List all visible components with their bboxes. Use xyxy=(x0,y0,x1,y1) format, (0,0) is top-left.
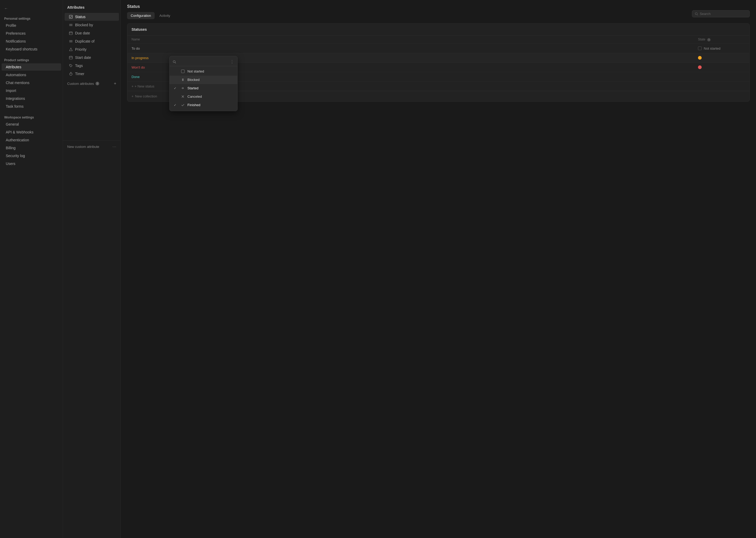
sidebar-item-profile[interactable]: Profile xyxy=(2,22,61,29)
dropdown-item-finished[interactable]: ✓ Finished xyxy=(169,101,237,109)
sidebar-item-notifications[interactable]: Notifications xyxy=(2,37,61,45)
state-info-icon: i xyxy=(707,38,711,41)
new-custom-attribute-button[interactable]: New custom attribute xyxy=(67,145,99,149)
timer-icon xyxy=(69,72,73,76)
attr-item-duplicate-of[interactable]: Duplicate of xyxy=(65,37,119,45)
attr-label-blocked-by: Blocked by xyxy=(75,23,93,27)
check-finished: ✓ xyxy=(174,103,178,107)
attr-label-start-date: Start date xyxy=(75,55,91,60)
status-row-in-progress[interactable]: In progress ⋮ xyxy=(127,53,749,63)
dropdown-more-button[interactable]: ⋮ xyxy=(230,59,234,64)
sidebar-item-integrations[interactable]: Integrations xyxy=(2,95,61,102)
attr-item-timer[interactable]: Timer xyxy=(65,70,119,78)
svg-point-21 xyxy=(173,60,175,63)
dropdown-search-container: ⋮ xyxy=(169,58,237,66)
sidebar-item-attributes[interactable]: Attributes xyxy=(2,63,61,71)
dropdown-search-input[interactable] xyxy=(178,60,228,64)
sidebar-item-import[interactable]: Import xyxy=(2,87,61,94)
sidebar-item-users[interactable]: Users xyxy=(2,160,61,167)
dropdown-search-icon xyxy=(173,60,176,64)
dropdown-label-not-started: Not started xyxy=(187,69,204,73)
sidebar-item-automations[interactable]: Automations xyxy=(2,71,61,79)
tags-icon xyxy=(69,64,73,68)
back-button[interactable]: ← xyxy=(0,4,63,15)
attr-label-due-date: Due date xyxy=(75,31,90,35)
state-dot-in-progress xyxy=(698,56,702,60)
sidebar-item-chat-mentions[interactable]: Chat mentions xyxy=(2,79,61,86)
sidebar-item-security-log[interactable]: Security log xyxy=(2,152,61,159)
more-options-button[interactable]: ··· xyxy=(112,144,116,149)
attr-item-tags[interactable]: Tags xyxy=(65,62,119,70)
canceled-icon xyxy=(181,94,185,99)
svg-line-20 xyxy=(697,15,698,15)
sidebar-item-api-webhooks[interactable]: API & Webhooks xyxy=(2,129,61,136)
status-state-in-progress xyxy=(698,56,745,60)
sidebar-item-general[interactable]: General xyxy=(2,121,61,128)
status-name-todo: To do xyxy=(131,46,698,50)
attr-label-tags: Tags xyxy=(75,64,83,68)
sidebar-item-keyboard-shortcuts[interactable]: Keyboard shortcuts xyxy=(2,45,61,53)
statuses-header: Statuses xyxy=(127,24,749,35)
status-icon xyxy=(69,15,73,19)
attr-item-due-date[interactable]: Due date xyxy=(65,29,119,37)
sidebar-item-task-forms[interactable]: Task forms xyxy=(2,103,61,110)
search-box[interactable] xyxy=(692,10,750,17)
due-date-icon xyxy=(69,31,73,35)
new-status-plus-icon: + xyxy=(131,84,134,88)
sidebar-item-preferences[interactable]: Preferences xyxy=(2,30,61,37)
blocked-by-icon xyxy=(69,23,73,27)
statuses-card: Statuses Name State i To do Not started … xyxy=(127,24,750,102)
state-label-todo: Not started xyxy=(704,46,721,50)
attr-item-status[interactable]: Status xyxy=(65,13,119,21)
search-input[interactable] xyxy=(700,12,747,16)
finished-icon xyxy=(181,103,185,107)
priority-icon xyxy=(69,47,73,51)
attributes-panel: Attributes Status Blocked by xyxy=(63,0,121,538)
dropdown-item-blocked[interactable]: Blocked xyxy=(169,76,237,84)
attributes-panel-title: Attributes xyxy=(63,4,120,13)
blocked-icon xyxy=(181,78,185,82)
check-started: ✓ xyxy=(174,86,178,90)
personal-settings-label: Personal settings xyxy=(0,15,63,22)
attr-item-priority[interactable]: Priority xyxy=(65,45,119,53)
dropdown-item-canceled[interactable]: Canceled xyxy=(169,92,237,101)
table-header: Name State i xyxy=(127,35,749,44)
state-dot-wont-do xyxy=(698,65,702,69)
dropdown-item-not-started[interactable]: Not started xyxy=(169,67,237,76)
svg-point-15 xyxy=(70,65,71,65)
sidebar-item-authentication[interactable]: Authentication xyxy=(2,136,61,144)
main-header: Status Configuration Activity xyxy=(121,0,756,24)
dropdown-label-canceled: Canceled xyxy=(187,94,202,98)
svg-rect-23 xyxy=(182,79,183,81)
content-area: Statuses Name State i To do Not started … xyxy=(121,24,756,538)
main-content: Status Configuration Activity Statuses N… xyxy=(121,0,756,538)
status-row-todo[interactable]: To do Not started xyxy=(127,44,749,53)
tab-configuration[interactable]: Configuration xyxy=(127,12,155,19)
new-collection-plus-icon: + xyxy=(131,94,134,98)
custom-attributes-section: Custom attributes i + xyxy=(63,78,120,88)
dropdown-label-started: Started xyxy=(187,86,199,90)
page-title: Status xyxy=(127,4,174,9)
status-state-wont-do xyxy=(698,65,745,69)
attr-label-status: Status xyxy=(75,15,86,19)
svg-point-19 xyxy=(695,13,697,15)
dropdown-item-started[interactable]: ✓ Started xyxy=(169,84,237,92)
attr-label-priority: Priority xyxy=(75,47,87,51)
attr-item-blocked-by[interactable]: Blocked by xyxy=(65,21,119,29)
not-started-icon xyxy=(181,69,185,74)
sidebar-item-billing[interactable]: Billing xyxy=(2,144,61,152)
sidebar: ← Personal settings Profile Preferences … xyxy=(0,0,63,538)
custom-attributes-label: Custom attributes xyxy=(67,82,94,86)
custom-attributes-info-icon: i xyxy=(96,82,99,85)
back-icon: ← xyxy=(4,6,8,11)
start-date-icon xyxy=(69,55,73,60)
svg-rect-24 xyxy=(183,79,183,81)
tab-activity[interactable]: Activity xyxy=(156,12,174,19)
attr-label-timer: Timer xyxy=(75,72,84,76)
tabs: Configuration Activity xyxy=(127,12,174,19)
attr-label-duplicate-of: Duplicate of xyxy=(75,39,95,43)
add-custom-attribute-button[interactable]: + xyxy=(114,81,116,86)
search-icon xyxy=(695,12,698,16)
attr-item-start-date[interactable]: Start date xyxy=(65,54,119,62)
name-column-header: Name xyxy=(131,37,698,41)
